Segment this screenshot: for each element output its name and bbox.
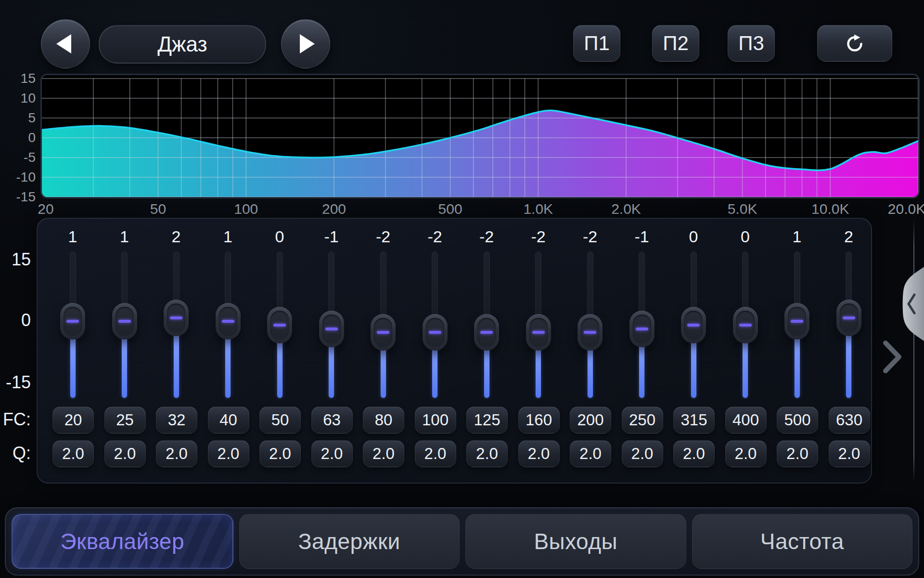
band-gain-slider[interactable] bbox=[724, 251, 767, 399]
slider-thumb[interactable] bbox=[733, 307, 758, 343]
band-q-button[interactable]: 2.0 bbox=[104, 440, 146, 467]
band-q-button[interactable]: 2.0 bbox=[415, 440, 456, 467]
slider-thumb[interactable] bbox=[578, 314, 603, 351]
band-gain-slider[interactable] bbox=[51, 251, 94, 399]
slider-thumb-dash-icon bbox=[480, 331, 493, 334]
slider-thumb[interactable] bbox=[319, 311, 344, 347]
band-fc-button[interactable]: 315 bbox=[673, 407, 715, 434]
memory-button-p1[interactable]: П1 bbox=[573, 25, 620, 62]
preset-selector[interactable]: Джаз bbox=[99, 25, 266, 64]
slider-thumb-dash-icon bbox=[584, 331, 596, 334]
band-q-button[interactable]: 2.0 bbox=[725, 440, 767, 467]
slider-thumb[interactable] bbox=[629, 311, 654, 347]
slider-thumb[interactable] bbox=[216, 303, 241, 340]
band-fc-button[interactable]: 20 bbox=[52, 407, 94, 434]
band-q-button[interactable]: 2.0 bbox=[673, 440, 715, 467]
tab-delays[interactable]: Задержки bbox=[239, 514, 460, 569]
band-fc-button[interactable]: 100 bbox=[415, 407, 456, 434]
band-gain-slider[interactable] bbox=[413, 251, 457, 399]
band-q-button[interactable]: 2.0 bbox=[622, 440, 663, 467]
band-gain-slider[interactable] bbox=[103, 251, 146, 399]
slider-thumb[interactable] bbox=[60, 303, 85, 340]
slider-thumb[interactable] bbox=[681, 307, 706, 343]
band-gain-slider[interactable] bbox=[568, 251, 612, 399]
band-gain-slider[interactable] bbox=[206, 251, 250, 399]
band-gain-slider[interactable] bbox=[310, 251, 353, 399]
band-gain-slider[interactable] bbox=[361, 251, 405, 399]
slider-thumb[interactable] bbox=[474, 314, 499, 351]
slider-thumb-face bbox=[64, 307, 82, 336]
slider-thumb-dash-icon bbox=[325, 328, 338, 330]
preset-next-button[interactable] bbox=[281, 19, 330, 68]
tab-outputs[interactable]: Выходы bbox=[465, 514, 686, 569]
slider-thumb[interactable] bbox=[371, 314, 396, 351]
reset-button[interactable] bbox=[817, 25, 892, 62]
band-q-button[interactable]: 2.0 bbox=[829, 440, 870, 467]
tab-equalizer[interactable]: Эквалайзер bbox=[12, 514, 233, 569]
band-fc-button[interactable]: 25 bbox=[104, 407, 146, 434]
y-axis-label: -10 bbox=[0, 170, 36, 185]
slider-thumb-dash-icon bbox=[377, 331, 389, 334]
eq-band-40: 1402.0 bbox=[206, 226, 250, 471]
band-fc-button[interactable]: 50 bbox=[259, 407, 301, 434]
slider-thumb[interactable] bbox=[423, 314, 448, 351]
slider-thumb-face bbox=[529, 318, 548, 347]
band-gain-slider[interactable] bbox=[154, 251, 198, 399]
band-q-button[interactable]: 2.0 bbox=[52, 440, 94, 467]
eq-band-100: -21002.0 bbox=[413, 226, 457, 471]
preset-prev-button[interactable] bbox=[41, 19, 90, 68]
band-gain-slider[interactable] bbox=[465, 251, 508, 399]
band-fc-button[interactable]: 200 bbox=[570, 407, 611, 434]
band-q-button[interactable]: 2.0 bbox=[570, 440, 611, 467]
slider-thumb-dash-icon bbox=[170, 316, 182, 319]
slider-thumb[interactable] bbox=[267, 307, 292, 343]
slider-thumb[interactable] bbox=[112, 303, 137, 340]
next-bands-button[interactable] bbox=[881, 339, 904, 375]
band-fc-button[interactable]: 250 bbox=[622, 407, 663, 434]
slider-thumb-face bbox=[322, 315, 341, 343]
band-gain-value: 0 bbox=[672, 226, 715, 247]
eq-band-125: -21252.0 bbox=[465, 226, 508, 471]
band-fc-button[interactable]: 400 bbox=[725, 407, 767, 434]
band-q-button[interactable]: 2.0 bbox=[777, 440, 818, 467]
fc-row-label: FC: bbox=[0, 409, 31, 430]
band-q-button[interactable]: 2.0 bbox=[466, 440, 508, 467]
band-gain-slider[interactable] bbox=[620, 251, 664, 399]
band-q-button[interactable]: 2.0 bbox=[363, 440, 404, 467]
slider-thumb[interactable] bbox=[836, 300, 861, 336]
band-q-button[interactable]: 2.0 bbox=[311, 440, 353, 467]
band-q-button[interactable]: 2.0 bbox=[208, 440, 249, 467]
band-fc-button[interactable]: 80 bbox=[363, 407, 404, 434]
band-fc-button[interactable]: 160 bbox=[518, 407, 560, 434]
band-gain-slider[interactable] bbox=[827, 251, 871, 399]
band-fc-button[interactable]: 125 bbox=[466, 407, 508, 434]
band-q-button[interactable]: 2.0 bbox=[259, 440, 301, 467]
memory-button-p2[interactable]: П2 bbox=[652, 25, 699, 62]
band-gain-slider[interactable] bbox=[517, 251, 560, 399]
slider-fill bbox=[70, 333, 76, 398]
chevron-right-icon bbox=[886, 343, 899, 371]
band-gain-value: -2 bbox=[413, 226, 457, 247]
slider-thumb-dash-icon bbox=[687, 324, 700, 327]
band-gain-slider[interactable] bbox=[775, 251, 819, 399]
band-fc-button[interactable]: 630 bbox=[829, 407, 870, 434]
y-axis-label: 10 bbox=[0, 91, 36, 106]
slider-thumb[interactable] bbox=[164, 300, 189, 336]
side-drawer-handle[interactable] bbox=[897, 266, 924, 342]
band-fc-button[interactable]: 32 bbox=[156, 407, 197, 434]
slider-thumb[interactable] bbox=[526, 314, 551, 351]
band-gain-slider[interactable] bbox=[672, 251, 715, 399]
memory-button-p3[interactable]: П3 bbox=[728, 25, 775, 62]
band-q-button[interactable]: 2.0 bbox=[518, 440, 560, 467]
slider-thumb[interactable] bbox=[784, 303, 809, 340]
band-fc-button[interactable]: 63 bbox=[311, 407, 353, 434]
band-q-button[interactable]: 2.0 bbox=[156, 440, 197, 467]
slider-thumb-face bbox=[840, 303, 858, 332]
band-gain-value: 0 bbox=[724, 226, 767, 247]
slider-fill bbox=[536, 344, 541, 398]
slider-fill bbox=[484, 344, 489, 398]
band-gain-slider[interactable] bbox=[258, 251, 301, 399]
tab-frequency[interactable]: Частота bbox=[692, 514, 913, 569]
band-fc-button[interactable]: 500 bbox=[777, 407, 818, 434]
band-fc-button[interactable]: 40 bbox=[208, 407, 249, 434]
